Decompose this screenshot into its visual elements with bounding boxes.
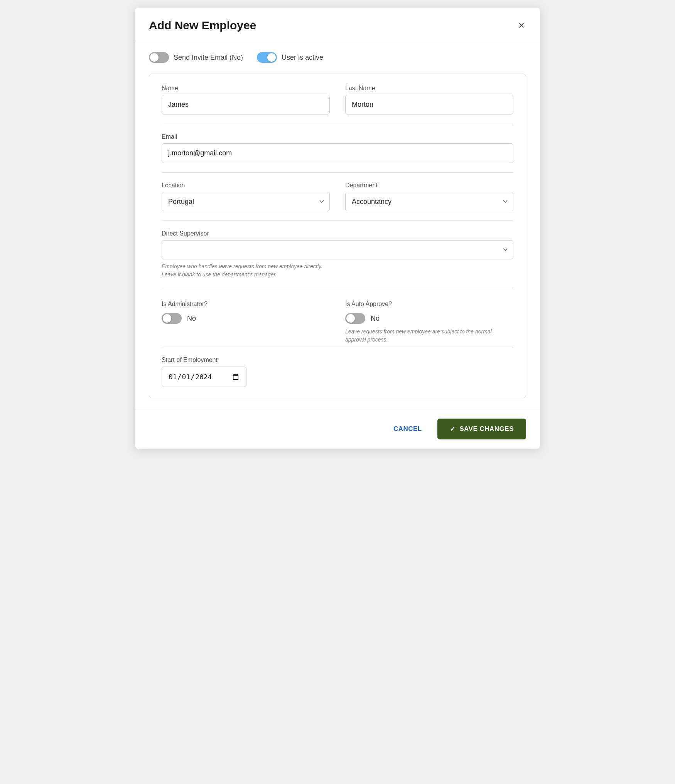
employment-label: Start of Employment xyxy=(162,357,513,363)
form-card: Name Last Name Email Lo xyxy=(149,74,526,398)
email-label: Email xyxy=(162,133,513,140)
first-name-group: Name xyxy=(162,85,330,114)
supervisor-label: Direct Supervisor xyxy=(162,230,513,237)
send-invite-toggle[interactable] xyxy=(149,52,169,63)
divider-4 xyxy=(162,288,513,288)
employment-date-input[interactable] xyxy=(162,367,246,387)
user-active-toggle-group: User is active xyxy=(257,52,323,63)
email-input[interactable] xyxy=(162,143,513,163)
department-label: Department xyxy=(345,182,513,189)
supervisor-row: Direct Supervisor Employee who handles l… xyxy=(162,230,513,279)
add-employee-modal: Add New Employee × Send Invite Email (No… xyxy=(135,8,540,449)
first-name-label: Name xyxy=(162,85,330,92)
modal-body: Name Last Name Email Lo xyxy=(135,74,540,409)
user-active-slider xyxy=(257,52,277,63)
divider-5 xyxy=(162,347,513,347)
location-group: Location Portugal Spain France Germany U… xyxy=(162,182,330,211)
location-department-row: Location Portugal Spain France Germany U… xyxy=(162,182,513,211)
is-auto-approve-toggle[interactable] xyxy=(345,313,365,324)
auto-approve-col: Is Auto Approve? No Leave requests from … xyxy=(345,301,513,344)
is-admin-value: No xyxy=(187,315,196,323)
is-admin-toggle[interactable] xyxy=(162,313,182,324)
admin-col: Is Administrator? No xyxy=(162,301,330,324)
supervisor-hint: Employee who handles leave requests from… xyxy=(162,262,513,279)
close-button[interactable]: × xyxy=(517,19,526,32)
send-invite-toggle-group: Send Invite Email (No) xyxy=(149,52,243,63)
email-row: Email xyxy=(162,133,513,163)
supervisor-hint-line2: Leave it blank to use the department's m… xyxy=(162,271,277,278)
is-auto-approve-slider xyxy=(345,313,365,324)
last-name-input[interactable] xyxy=(345,95,513,114)
department-select[interactable]: Accountancy HR Engineering Marketing Sal… xyxy=(345,192,513,211)
location-select[interactable]: Portugal Spain France Germany UK xyxy=(162,192,330,211)
send-invite-slider xyxy=(149,52,169,63)
user-active-label: User is active xyxy=(282,54,323,62)
is-admin-toggle-row: No xyxy=(162,313,330,324)
cancel-button[interactable]: CANCEL xyxy=(387,421,428,437)
save-button[interactable]: ✓ SAVE CHANGES xyxy=(437,419,526,439)
send-invite-label: Send Invite Email (No) xyxy=(174,54,243,62)
first-name-input[interactable] xyxy=(162,95,330,114)
is-auto-approve-toggle-row: No xyxy=(345,313,513,324)
check-icon: ✓ xyxy=(450,425,456,433)
name-row: Name Last Name xyxy=(162,85,513,114)
location-label: Location xyxy=(162,182,330,189)
modal-footer: CANCEL ✓ SAVE CHANGES xyxy=(135,409,540,449)
last-name-label: Last Name xyxy=(345,85,513,92)
employment-section: Start of Employment xyxy=(162,357,513,387)
is-auto-approve-label: Is Auto Approve? xyxy=(345,301,513,308)
save-label: SAVE CHANGES xyxy=(459,425,514,433)
supervisor-group: Direct Supervisor Employee who handles l… xyxy=(162,230,513,279)
divider-3 xyxy=(162,220,513,221)
last-name-group: Last Name xyxy=(345,85,513,114)
modal-header: Add New Employee × xyxy=(135,8,540,41)
supervisor-hint-line1: Employee who handles leave requests from… xyxy=(162,263,322,269)
modal-title: Add New Employee xyxy=(149,19,256,32)
divider-1 xyxy=(162,124,513,124)
is-auto-approve-value: No xyxy=(371,315,380,323)
toggle-row: Send Invite Email (No) User is active xyxy=(135,41,540,74)
divider-2 xyxy=(162,172,513,173)
is-admin-slider xyxy=(162,313,182,324)
auto-approve-hint: Leave requests from new employee are sub… xyxy=(345,328,513,344)
department-group: Department Accountancy HR Engineering Ma… xyxy=(345,182,513,211)
user-active-toggle[interactable] xyxy=(257,52,277,63)
is-admin-label: Is Administrator? xyxy=(162,301,330,308)
supervisor-select[interactable] xyxy=(162,240,513,259)
email-group: Email xyxy=(162,133,513,163)
admin-section: Is Administrator? No Is Auto Approve? xyxy=(162,298,513,344)
